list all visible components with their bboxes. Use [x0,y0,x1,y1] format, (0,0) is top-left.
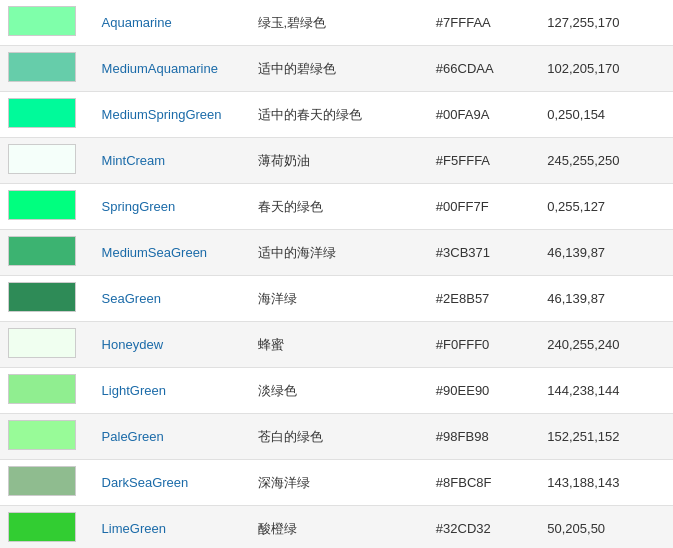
color-rgb: 50,205,50 [539,506,673,549]
color-cn: 薄荷奶油 [250,138,428,184]
table-row: SeaGreen 海洋绿 #2E8B57 46,139,87 [0,276,673,322]
color-swatch [8,420,76,450]
color-hex: #7FFFAA [428,0,539,46]
color-swatch-cell [0,0,94,46]
table-row: MediumSpringGreen 适中的春天的绿色 #00FA9A 0,250… [0,92,673,138]
table-row: PaleGreen 苍白的绿色 #98FB98 152,251,152 [0,414,673,460]
color-swatch [8,144,76,174]
color-swatch-cell [0,322,94,368]
color-cn: 适中的碧绿色 [250,46,428,92]
color-hex: #F0FFF0 [428,322,539,368]
color-swatch [8,6,76,36]
color-name: Aquamarine [94,0,250,46]
color-cn: 酸橙绿 [250,506,428,549]
color-swatch-cell [0,414,94,460]
color-name: LightGreen [94,368,250,414]
color-hex: #00FF7F [428,184,539,230]
color-swatch-cell [0,230,94,276]
color-swatch-cell [0,506,94,549]
color-hex: #3CB371 [428,230,539,276]
color-rgb: 127,255,170 [539,0,673,46]
color-rgb: 144,238,144 [539,368,673,414]
color-swatch-cell [0,460,94,506]
color-cn: 绿玉,碧绿色 [250,0,428,46]
color-swatch [8,190,76,220]
color-rgb: 0,255,127 [539,184,673,230]
table-row: LimeGreen 酸橙绿 #32CD32 50,205,50 [0,506,673,549]
color-rgb: 46,139,87 [539,230,673,276]
color-swatch-cell [0,46,94,92]
color-swatch [8,236,76,266]
color-swatch [8,466,76,496]
table-row: Honeydew 蜂蜜 #F0FFF0 240,255,240 [0,322,673,368]
table-row: MediumSeaGreen 适中的海洋绿 #3CB371 46,139,87 [0,230,673,276]
color-cn: 适中的春天的绿色 [250,92,428,138]
color-name: SeaGreen [94,276,250,322]
color-cn: 苍白的绿色 [250,414,428,460]
table-row: MintCream 薄荷奶油 #F5FFFA 245,255,250 [0,138,673,184]
color-name: LimeGreen [94,506,250,549]
color-rgb: 240,255,240 [539,322,673,368]
color-name: SpringGreen [94,184,250,230]
color-rgb: 245,255,250 [539,138,673,184]
color-hex: #98FB98 [428,414,539,460]
color-table: Aquamarine 绿玉,碧绿色 #7FFFAA 127,255,170 Me… [0,0,673,548]
color-hex: #90EE90 [428,368,539,414]
color-hex: #32CD32 [428,506,539,549]
color-name: MediumAquamarine [94,46,250,92]
color-swatch [8,52,76,82]
color-cn: 适中的海洋绿 [250,230,428,276]
color-swatch-cell [0,184,94,230]
color-rgb: 152,251,152 [539,414,673,460]
color-swatch [8,98,76,128]
color-swatch-cell [0,368,94,414]
color-rgb: 0,250,154 [539,92,673,138]
table-row: DarkSeaGreen 深海洋绿 #8FBC8F 143,188,143 [0,460,673,506]
color-cn: 春天的绿色 [250,184,428,230]
color-swatch [8,512,76,542]
color-swatch-cell [0,92,94,138]
table-row: LightGreen 淡绿色 #90EE90 144,238,144 [0,368,673,414]
color-hex: #8FBC8F [428,460,539,506]
color-swatch [8,328,76,358]
color-cn: 海洋绿 [250,276,428,322]
color-hex: #00FA9A [428,92,539,138]
color-swatch [8,374,76,404]
table-row: MediumAquamarine 适中的碧绿色 #66CDAA 102,205,… [0,46,673,92]
color-rgb: 143,188,143 [539,460,673,506]
color-swatch-cell [0,276,94,322]
color-cn: 深海洋绿 [250,460,428,506]
color-cn: 淡绿色 [250,368,428,414]
color-name: MediumSpringGreen [94,92,250,138]
color-hex: #2E8B57 [428,276,539,322]
color-rgb: 102,205,170 [539,46,673,92]
color-name: MintCream [94,138,250,184]
color-name: Honeydew [94,322,250,368]
table-row: Aquamarine 绿玉,碧绿色 #7FFFAA 127,255,170 [0,0,673,46]
color-cn: 蜂蜜 [250,322,428,368]
color-swatch [8,282,76,312]
color-rgb: 46,139,87 [539,276,673,322]
color-hex: #66CDAA [428,46,539,92]
table-row: SpringGreen 春天的绿色 #00FF7F 0,255,127 [0,184,673,230]
color-hex: #F5FFFA [428,138,539,184]
color-name: DarkSeaGreen [94,460,250,506]
color-swatch-cell [0,138,94,184]
color-name: MediumSeaGreen [94,230,250,276]
color-name: PaleGreen [94,414,250,460]
